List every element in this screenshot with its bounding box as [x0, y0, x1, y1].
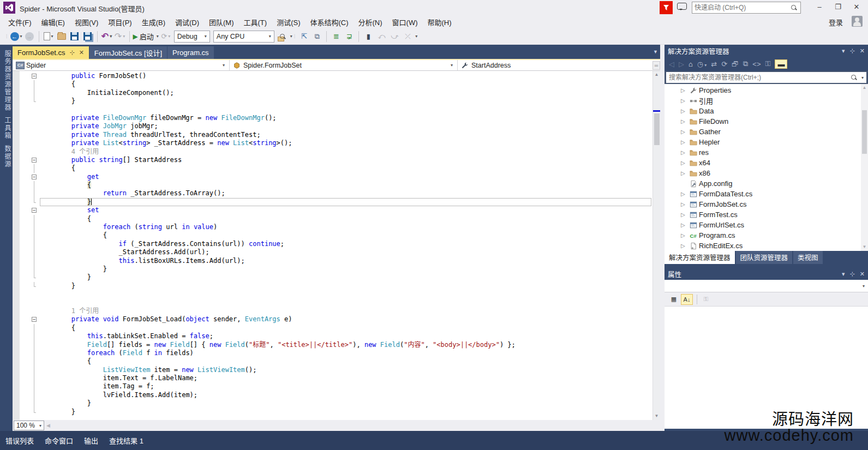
toolbar-overflow-icon[interactable]: ▾	[290, 34, 292, 39]
clear-bookmarks-button[interactable]: ⤫	[402, 31, 414, 43]
code-surface[interactable]: −public FormJobSet(){InitializeComponent…	[13, 71, 660, 420]
code-line[interactable]: }	[20, 273, 653, 281]
outline-margin[interactable]	[20, 282, 40, 290]
outline-margin[interactable]	[20, 215, 40, 223]
expand-arrow-icon[interactable]: ▷	[681, 191, 690, 197]
menu-item[interactable]: 编辑(E)	[37, 15, 70, 29]
collapse-all-icon[interactable]: 🗗	[732, 60, 739, 68]
previous-bookmark-button[interactable]: ⤺	[375, 31, 387, 43]
code-line[interactable]: InitializeComponent();	[20, 89, 653, 97]
toolbar-drag-handle[interactable]: ⁞	[294, 34, 296, 39]
sign-in-link[interactable]: 登录	[829, 17, 843, 27]
outline-margin[interactable]	[20, 273, 40, 281]
outline-margin[interactable]: −	[20, 72, 40, 80]
categorized-icon[interactable]: ▦	[668, 294, 680, 305]
scroll-down-icon[interactable]: ▼	[861, 243, 868, 251]
expand-arrow-icon[interactable]: ▷	[681, 118, 690, 124]
scrollbar-thumb[interactable]	[862, 110, 867, 154]
navigate-forward-button[interactable]: →	[23, 31, 35, 43]
forward-icon[interactable]: ▷	[679, 60, 684, 68]
tree-item-res[interactable]: ▷res	[665, 147, 868, 158]
outline-margin[interactable]	[20, 131, 40, 139]
toolbar-overflow-icon[interactable]: ▾	[415, 34, 417, 39]
solution-search-input[interactable]	[669, 74, 851, 81]
tree-item-x64[interactable]: ▷x64	[665, 158, 868, 168]
properties-icon[interactable]: ⚿	[765, 59, 771, 68]
menu-item[interactable]: 分析(N)	[354, 15, 387, 29]
code-line[interactable]: if (_StartAddress.Contains(url)) continu…	[20, 240, 653, 248]
code-line[interactable]: {	[20, 357, 653, 365]
panel-tab[interactable]: 解决方案资源管理器	[665, 250, 735, 264]
feedback-icon[interactable]	[660, 1, 673, 14]
solution-platform-combo[interactable]: Any CPU▾	[213, 31, 274, 43]
code-line[interactable]: this.tabLinkSet.Enabled = false;	[20, 332, 653, 340]
code-line[interactable]: }	[20, 282, 653, 290]
pin-icon[interactable]: ⊹	[850, 47, 855, 55]
outline-margin[interactable]	[20, 223, 40, 231]
scroll-down-icon[interactable]: ▼	[653, 412, 660, 420]
expand-arrow-icon[interactable]: ▷	[681, 108, 690, 114]
preview-selected-items-icon[interactable]: ▬	[775, 59, 787, 69]
code-line[interactable]: item.Tag = f;	[20, 382, 653, 391]
user-avatar-icon[interactable]	[852, 16, 863, 27]
panel-tab[interactable]: 团队资源管理器	[736, 250, 793, 264]
expand-arrow-icon[interactable]: ▷	[681, 160, 690, 166]
expand-arrow-icon[interactable]: ▷	[681, 243, 690, 249]
properties-object-combo[interactable]: ▾	[665, 280, 868, 292]
code-line[interactable]: }	[20, 399, 653, 407]
new-file-button[interactable]: ▾	[43, 31, 55, 43]
code-line[interactable]: −set	[20, 206, 653, 214]
expand-arrow-icon[interactable]: ▷	[681, 201, 690, 207]
zoom-level-combo[interactable]: 100 %▾	[14, 421, 44, 430]
menu-item[interactable]: 生成(B)	[137, 15, 170, 29]
uncomment-lines-button[interactable]: ⋥	[343, 31, 355, 43]
dock-tab[interactable]: 工具箱	[3, 117, 12, 140]
outline-margin[interactable]	[20, 148, 40, 156]
menu-item[interactable]: 项目(P)	[103, 15, 136, 29]
outline-margin[interactable]	[20, 189, 40, 197]
code-line[interactable]: {	[20, 80, 653, 88]
tree-scrollbar[interactable]: ▲ ▼	[861, 84, 868, 251]
expand-arrow-icon[interactable]: ▷	[681, 232, 690, 238]
code-line[interactable]: −private void FormJobSet_Load(object sen…	[20, 315, 653, 323]
code-line[interactable]: this.listBoxURLs.Items.Add(url);	[20, 257, 653, 265]
peek-definition-button[interactable]: ⧉	[311, 31, 323, 43]
tree-item-formjobset-cs[interactable]: ▷FormJobSet.cs	[665, 199, 868, 209]
editor-horizontal-scrollbar[interactable]: ◀	[44, 420, 660, 431]
code-line[interactable]: }	[20, 198, 653, 206]
outline-margin[interactable]	[20, 114, 40, 122]
project-combo[interactable]: C# Spider▾	[13, 60, 230, 70]
outline-margin[interactable]	[20, 332, 40, 340]
tree-item-richeditex-cs[interactable]: ▷RichEditEx.cs	[665, 241, 868, 251]
save-button[interactable]	[69, 31, 81, 43]
code-line[interactable]: private List<string> _StartAddress = new…	[20, 139, 653, 147]
panel-tab[interactable]: 类视图	[793, 250, 823, 264]
document-tab[interactable]: Program.cs	[167, 46, 213, 59]
minimize-button[interactable]: –	[810, 0, 829, 14]
solution-configuration-combo[interactable]: Debug▾	[174, 31, 210, 43]
close-icon[interactable]: ✕	[860, 271, 865, 278]
scroll-up-icon[interactable]: ▲	[653, 71, 660, 79]
code-line[interactable]: ListViewItem item = new ListViewItem();	[20, 366, 653, 374]
menu-item[interactable]: 视图(V)	[70, 15, 103, 29]
menu-item[interactable]: 测试(S)	[272, 15, 305, 29]
outline-margin[interactable]	[20, 240, 40, 248]
menu-item[interactable]: 窗口(W)	[387, 15, 423, 29]
toggle-bookmark-button[interactable]: ▮	[362, 31, 374, 43]
code-line[interactable]	[20, 290, 653, 298]
pin-icon[interactable]: ⊹	[69, 49, 74, 56]
outline-margin[interactable]	[20, 382, 40, 391]
outline-margin[interactable]: −	[20, 315, 40, 323]
close-icon[interactable]: ✕	[79, 49, 84, 56]
code-line[interactable]: lvField.Items.Add(item);	[20, 391, 653, 399]
panel-splitter[interactable]	[660, 45, 665, 431]
refresh-icon[interactable]: ⟳	[721, 60, 727, 68]
outline-margin[interactable]	[20, 139, 40, 147]
window-position-dropdown-icon[interactable]: ▾	[842, 47, 845, 55]
code-line[interactable]: −public FormJobSet()	[20, 72, 653, 80]
dock-tab[interactable]: 服务器资源管理器	[3, 50, 12, 111]
menu-item[interactable]: 调试(D)	[170, 15, 204, 29]
code-line[interactable]: {	[20, 324, 653, 332]
code-line[interactable]: }	[20, 265, 653, 273]
close-icon[interactable]: ✕	[860, 47, 865, 55]
